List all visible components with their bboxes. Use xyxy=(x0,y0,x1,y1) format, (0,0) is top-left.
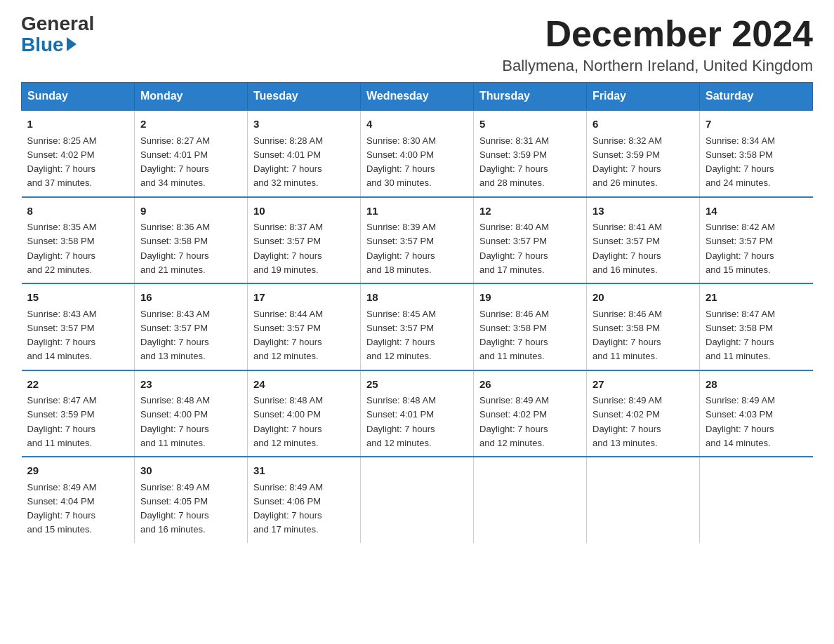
day-info-block: Sunrise: 8:48 AMSunset: 4:01 PMDaylight:… xyxy=(366,395,436,448)
day-info-block: Sunrise: 8:27 AMSunset: 4:01 PMDaylight:… xyxy=(140,135,210,189)
day-cell: 12 Sunrise: 8:40 AMSunset: 3:57 PMDaylig… xyxy=(474,197,587,284)
day-number: 12 xyxy=(479,203,581,220)
day-number: 23 xyxy=(140,377,241,393)
day-cell: 10 Sunrise: 8:37 AMSunset: 3:57 PMDaylig… xyxy=(248,197,361,284)
day-cell: 19 Sunrise: 8:46 AMSunset: 3:58 PMDaylig… xyxy=(474,283,587,370)
day-cell: 18 Sunrise: 8:45 AMSunset: 3:57 PMDaylig… xyxy=(361,283,474,370)
day-info-block: Sunrise: 8:47 AMSunset: 3:59 PMDaylight:… xyxy=(27,395,97,448)
day-number: 27 xyxy=(593,377,694,393)
header-monday: Monday xyxy=(135,83,248,111)
header-thursday: Thursday xyxy=(474,83,587,111)
day-cell: 13 Sunrise: 8:41 AMSunset: 3:57 PMDaylig… xyxy=(587,197,700,284)
day-cell: 17 Sunrise: 8:44 AMSunset: 3:57 PMDaylig… xyxy=(248,283,361,370)
day-cell: 27 Sunrise: 8:49 AMSunset: 4:02 PMDaylig… xyxy=(587,370,700,457)
day-info-block: Sunrise: 8:47 AMSunset: 3:58 PMDaylight:… xyxy=(706,309,775,362)
day-number: 14 xyxy=(706,203,807,220)
day-number: 4 xyxy=(366,116,468,133)
header-wednesday: Wednesday xyxy=(361,83,474,111)
day-number: 9 xyxy=(140,203,241,220)
month-title: December 2024 xyxy=(502,14,813,54)
day-number: 17 xyxy=(253,290,355,306)
day-info-block: Sunrise: 8:46 AMSunset: 3:58 PMDaylight:… xyxy=(479,309,549,362)
day-info-block: Sunrise: 8:44 AMSunset: 3:57 PMDaylight:… xyxy=(253,309,323,362)
header-sunday: Sunday xyxy=(22,83,135,111)
day-number: 16 xyxy=(140,290,241,306)
day-cell: 9 Sunrise: 8:36 AMSunset: 3:58 PMDayligh… xyxy=(135,197,248,284)
day-number: 30 xyxy=(140,463,241,479)
day-info-block: Sunrise: 8:36 AMSunset: 3:58 PMDaylight:… xyxy=(140,222,210,275)
logo-blue-text: Blue xyxy=(21,34,77,56)
day-cell: 5 Sunrise: 8:31 AMSunset: 3:59 PMDayligh… xyxy=(474,110,587,197)
day-info-block: Sunrise: 8:39 AMSunset: 3:57 PMDaylight:… xyxy=(366,222,436,275)
day-info-block: Sunrise: 8:49 AMSunset: 4:03 PMDaylight:… xyxy=(706,395,775,448)
day-cell: 31 Sunrise: 8:49 AMSunset: 4:06 PMDaylig… xyxy=(248,457,361,543)
week-row-5: 29 Sunrise: 8:49 AMSunset: 4:04 PMDaylig… xyxy=(22,457,813,543)
day-info-block: Sunrise: 8:41 AMSunset: 3:57 PMDaylight:… xyxy=(593,222,662,275)
day-info-block: Sunrise: 8:42 AMSunset: 3:57 PMDaylight:… xyxy=(706,222,775,275)
day-number: 20 xyxy=(593,290,694,306)
day-number: 3 xyxy=(253,116,355,133)
logo-general-text: General xyxy=(21,14,94,34)
day-info-block: Sunrise: 8:30 AMSunset: 4:00 PMDaylight:… xyxy=(366,135,436,189)
day-cell: 16 Sunrise: 8:43 AMSunset: 3:57 PMDaylig… xyxy=(135,283,248,370)
day-number: 10 xyxy=(253,203,355,220)
day-number: 28 xyxy=(706,377,807,393)
day-number: 19 xyxy=(479,290,581,306)
calendar-header-row: SundayMondayTuesdayWednesdayThursdayFrid… xyxy=(22,83,813,111)
day-number: 5 xyxy=(479,116,581,133)
day-cell: 28 Sunrise: 8:49 AMSunset: 4:03 PMDaylig… xyxy=(700,370,813,457)
day-cell: 7 Sunrise: 8:34 AMSunset: 3:58 PMDayligh… xyxy=(700,110,813,197)
day-number: 7 xyxy=(706,116,807,133)
week-row-3: 15 Sunrise: 8:43 AMSunset: 3:57 PMDaylig… xyxy=(22,283,813,370)
day-info-block: Sunrise: 8:31 AMSunset: 3:59 PMDaylight:… xyxy=(479,135,549,189)
header-tuesday: Tuesday xyxy=(248,83,361,111)
day-cell: 1 Sunrise: 8:25 AMSunset: 4:02 PMDayligh… xyxy=(22,110,135,197)
day-cell: 2 Sunrise: 8:27 AMSunset: 4:01 PMDayligh… xyxy=(135,110,248,197)
logo-triangle-icon xyxy=(67,37,77,51)
week-row-1: 1 Sunrise: 8:25 AMSunset: 4:02 PMDayligh… xyxy=(22,110,813,197)
day-cell: 26 Sunrise: 8:49 AMSunset: 4:02 PMDaylig… xyxy=(474,370,587,457)
week-row-4: 22 Sunrise: 8:47 AMSunset: 3:59 PMDaylig… xyxy=(22,370,813,457)
day-info-block: Sunrise: 8:48 AMSunset: 4:00 PMDaylight:… xyxy=(253,395,323,448)
location-title: Ballymena, Northern Ireland, United King… xyxy=(502,57,813,75)
day-cell xyxy=(587,457,700,543)
header: General Blue December 2024 Ballymena, No… xyxy=(21,14,813,75)
day-info-block: Sunrise: 8:43 AMSunset: 3:57 PMDaylight:… xyxy=(27,309,97,362)
day-number: 26 xyxy=(479,377,581,393)
day-number: 22 xyxy=(27,377,129,393)
day-number: 6 xyxy=(593,116,694,133)
day-cell: 15 Sunrise: 8:43 AMSunset: 3:57 PMDaylig… xyxy=(22,283,135,370)
week-row-2: 8 Sunrise: 8:35 AMSunset: 3:58 PMDayligh… xyxy=(22,197,813,284)
day-number: 29 xyxy=(27,463,129,479)
day-cell: 22 Sunrise: 8:47 AMSunset: 3:59 PMDaylig… xyxy=(22,370,135,457)
day-cell: 3 Sunrise: 8:28 AMSunset: 4:01 PMDayligh… xyxy=(248,110,361,197)
day-cell: 4 Sunrise: 8:30 AMSunset: 4:00 PMDayligh… xyxy=(361,110,474,197)
day-number: 24 xyxy=(253,377,355,393)
day-cell: 24 Sunrise: 8:48 AMSunset: 4:00 PMDaylig… xyxy=(248,370,361,457)
day-number: 18 xyxy=(366,290,468,306)
day-info-block: Sunrise: 8:49 AMSunset: 4:05 PMDaylight:… xyxy=(140,482,210,535)
day-cell xyxy=(361,457,474,543)
day-info-block: Sunrise: 8:48 AMSunset: 4:00 PMDaylight:… xyxy=(140,395,210,448)
day-cell: 14 Sunrise: 8:42 AMSunset: 3:57 PMDaylig… xyxy=(700,197,813,284)
day-cell: 23 Sunrise: 8:48 AMSunset: 4:00 PMDaylig… xyxy=(135,370,248,457)
day-info-block: Sunrise: 8:45 AMSunset: 3:57 PMDaylight:… xyxy=(366,309,436,362)
day-info-block: Sunrise: 8:46 AMSunset: 3:58 PMDaylight:… xyxy=(593,309,662,362)
header-friday: Friday xyxy=(587,83,700,111)
day-info-block: Sunrise: 8:37 AMSunset: 3:57 PMDaylight:… xyxy=(253,222,323,275)
day-cell: 20 Sunrise: 8:46 AMSunset: 3:58 PMDaylig… xyxy=(587,283,700,370)
day-info-block: Sunrise: 8:43 AMSunset: 3:57 PMDaylight:… xyxy=(140,309,210,362)
day-info-block: Sunrise: 8:49 AMSunset: 4:02 PMDaylight:… xyxy=(479,395,549,448)
title-area: December 2024 Ballymena, Northern Irelan… xyxy=(502,14,813,75)
day-cell: 8 Sunrise: 8:35 AMSunset: 3:58 PMDayligh… xyxy=(22,197,135,284)
day-cell: 25 Sunrise: 8:48 AMSunset: 4:01 PMDaylig… xyxy=(361,370,474,457)
day-number: 1 xyxy=(27,116,129,133)
day-info-block: Sunrise: 8:35 AMSunset: 3:58 PMDaylight:… xyxy=(27,222,97,275)
day-cell xyxy=(474,457,587,543)
day-number: 25 xyxy=(366,377,468,393)
day-cell xyxy=(700,457,813,543)
calendar-table: SundayMondayTuesdayWednesdayThursdayFrid… xyxy=(21,82,813,543)
day-cell: 6 Sunrise: 8:32 AMSunset: 3:59 PMDayligh… xyxy=(587,110,700,197)
day-info-block: Sunrise: 8:49 AMSunset: 4:02 PMDaylight:… xyxy=(593,395,662,448)
day-info-block: Sunrise: 8:25 AMSunset: 4:02 PMDaylight:… xyxy=(27,135,97,189)
